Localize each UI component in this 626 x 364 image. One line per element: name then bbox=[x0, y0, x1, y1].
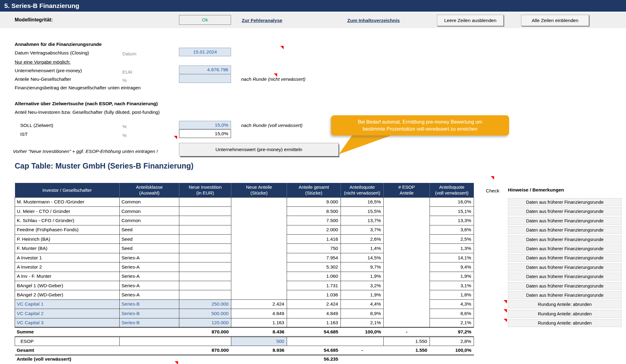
note-box: Daten aus früherer Finanzierungsrunde bbox=[508, 236, 622, 243]
table-cell[interactable]: 120.000 bbox=[179, 318, 231, 327]
comment-marker-icon bbox=[174, 136, 177, 139]
table-cell: 870.000 bbox=[179, 327, 231, 336]
contribution-note: Finanzierungsbeitrag der Neugesellschaft… bbox=[15, 85, 141, 91]
hide-empty-rows-button[interactable]: Leere Zeilen ausblenden bbox=[437, 15, 504, 26]
note-box: Rundung Anteile: abrunden bbox=[508, 319, 622, 327]
table-cell bbox=[179, 225, 231, 234]
link-table-of-contents[interactable]: Zum Inhaltsverzeichnis bbox=[347, 18, 400, 23]
cell-investor: F. Munter (BA) bbox=[15, 244, 120, 253]
premoney-input[interactable]: 4.876.796 bbox=[179, 65, 231, 74]
table-cell: Series-A bbox=[120, 262, 179, 272]
table-cell bbox=[179, 253, 231, 262]
new-shareholders-unit: % bbox=[122, 78, 127, 83]
table-cell bbox=[120, 346, 179, 355]
table-cell: Series-A bbox=[120, 272, 179, 281]
table-cell bbox=[231, 197, 287, 206]
ist-unit: % bbox=[122, 133, 127, 138]
note-box: Rundung Anteile: abrunden bbox=[508, 300, 622, 308]
comment-marker-icon bbox=[504, 300, 507, 303]
table-cell bbox=[384, 216, 430, 225]
link-error-analysis[interactable]: Zur Fehleranalyse bbox=[242, 18, 282, 23]
table-cell: Seed bbox=[120, 225, 179, 234]
integrity-status-text: Ok bbox=[202, 17, 208, 23]
column-header: # ESOPAnteile bbox=[384, 183, 430, 197]
cell-investor: P. Heinrich (BA) bbox=[15, 235, 120, 244]
table-cell: 14,1% bbox=[430, 253, 474, 262]
premoney-unit: EUR bbox=[122, 69, 132, 75]
after-round-undiluted-note: nach Runde (nicht verwässert) bbox=[241, 76, 305, 82]
comment-marker-icon bbox=[491, 176, 494, 180]
cell-investor: K. Schlau - CFO / Gründer) bbox=[15, 216, 120, 225]
table-cell: 2,1% bbox=[430, 318, 474, 327]
table-cell bbox=[231, 244, 287, 253]
table-cell: 2,8% bbox=[430, 336, 474, 346]
esop-row-label: ESOP bbox=[15, 336, 120, 346]
note-box: Daten aus früherer Finanzierungsrunde bbox=[508, 245, 622, 253]
table-cell: 3,7% bbox=[341, 225, 384, 234]
table-cell[interactable]: Series-B bbox=[120, 309, 179, 318]
table-cell bbox=[231, 235, 287, 244]
after-round-diluted-note: nach Runde (voll verwässert) bbox=[241, 123, 303, 128]
comment-marker-icon bbox=[504, 309, 507, 313]
table-cell: 8,6% bbox=[430, 309, 474, 318]
table-cell: 8.936 bbox=[231, 346, 287, 355]
integrity-label: Modellintegrität: bbox=[15, 17, 53, 23]
determine-premoney-button[interactable]: Unternehmenswert (pre-money) ermitteln bbox=[179, 143, 339, 156]
table-cell bbox=[179, 197, 231, 206]
table-cell: 7.954 bbox=[287, 253, 341, 262]
column-header: Anteile gesamt(Stücke) bbox=[287, 183, 341, 197]
table-cell bbox=[384, 299, 430, 309]
table-cell: 2,1% bbox=[341, 318, 384, 327]
cap-table-heading: Cap Table: Muster GmbH (Series-B Finanzi… bbox=[15, 162, 193, 170]
table-cell: 870.000 bbox=[179, 346, 231, 355]
table-cell bbox=[231, 262, 287, 272]
table-cell: 9.000 bbox=[287, 197, 341, 206]
cell-investor: Feedme (Frühphasen Fonds) bbox=[15, 225, 120, 234]
new-shareholders-input[interactable] bbox=[179, 74, 231, 83]
goal-seek-note: Vorher "Neue Investitionen" + ggf. ESOP-… bbox=[13, 149, 158, 154]
table-cell: 5.302 bbox=[287, 262, 341, 272]
ist-value-cell: 15,0% bbox=[179, 129, 231, 138]
cell-investor[interactable]: VC Capital 2 bbox=[15, 309, 120, 318]
table-cell bbox=[231, 225, 287, 234]
show-all-rows-button[interactable]: Alle Zeilen einblenden bbox=[521, 15, 589, 26]
table-cell: Series-A bbox=[120, 290, 179, 299]
cap-table-grid: Investor / GesellschafterAnteilsklasse(A… bbox=[15, 183, 474, 363]
table-cell: 4,3% bbox=[430, 299, 474, 309]
table-cell: 13,3% bbox=[430, 216, 474, 225]
note-box: Daten aus früherer Finanzierungsrunde bbox=[508, 291, 622, 299]
column-header: Anteilsquote(nicht verwässert) bbox=[341, 183, 384, 197]
table-cell: 13,7% bbox=[341, 216, 384, 225]
cell-investor: BAngel 1 (WD-Geber) bbox=[15, 281, 120, 290]
table-cell[interactable]: 250.000 bbox=[179, 299, 231, 309]
callout-tail bbox=[337, 134, 395, 154]
cell-investor[interactable]: VC Capital 1 bbox=[15, 299, 120, 309]
table-cell: 750 bbox=[287, 244, 341, 253]
table-cell: 16,0% bbox=[430, 197, 474, 206]
note-box: Daten aus früherer Finanzierungsrunde bbox=[508, 198, 622, 206]
esop-shares-input[interactable]: 500 bbox=[231, 336, 287, 346]
table-cell: Series-A bbox=[120, 281, 179, 290]
table-cell[interactable]: 500.000 bbox=[179, 309, 231, 318]
table-cell bbox=[120, 336, 231, 346]
table-cell bbox=[384, 290, 430, 299]
table-cell: 1.060 bbox=[287, 272, 341, 281]
note-box: Daten aus früherer Finanzierungsrunde bbox=[508, 226, 622, 234]
table-cell bbox=[287, 336, 384, 346]
table-cell: 1,9% bbox=[341, 272, 384, 281]
callout-line2: bestimmte Prozentsätze voll-verwässert z… bbox=[363, 125, 477, 132]
table-cell bbox=[120, 355, 179, 363]
table-cell: 4.849 bbox=[231, 309, 287, 318]
table-cell bbox=[179, 216, 231, 225]
table-cell: 1,9% bbox=[341, 290, 384, 299]
closing-date-input[interactable]: 15.01.2024 bbox=[179, 48, 231, 56]
table-cell bbox=[120, 327, 179, 336]
table-cell: 1.550 bbox=[384, 336, 430, 346]
table-cell[interactable]: Series-B bbox=[120, 299, 179, 309]
table-cell: Common bbox=[120, 206, 179, 216]
table-cell[interactable]: Series-B bbox=[120, 318, 179, 327]
soll-input[interactable]: 15,0% bbox=[179, 121, 231, 129]
table-cell: 9,7% bbox=[341, 262, 384, 272]
note-box: Daten aus früherer Finanzierungsrunde bbox=[508, 263, 622, 271]
cell-investor[interactable]: VC Capital 3 bbox=[15, 318, 120, 327]
